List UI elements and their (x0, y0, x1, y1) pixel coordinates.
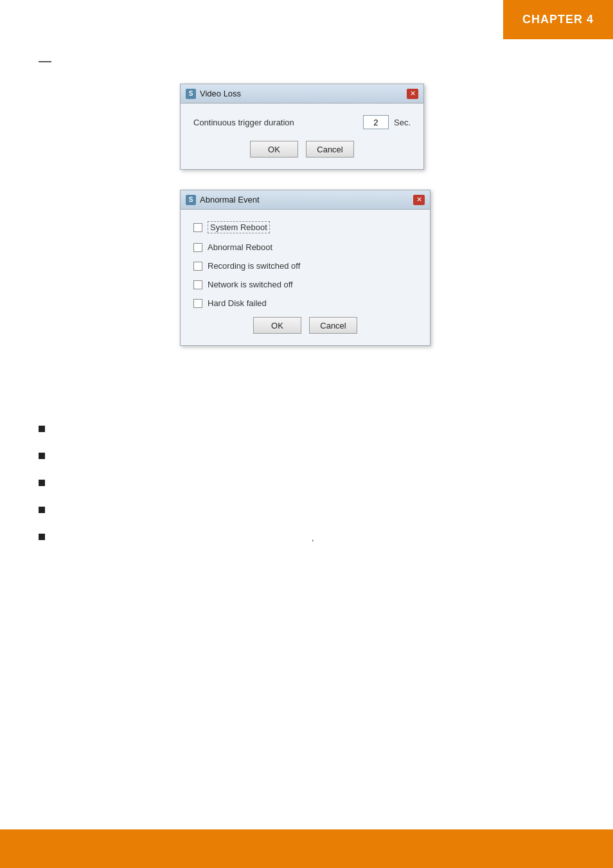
abnormal-event-buttons: OK Cancel (193, 317, 417, 334)
bullet-item-3 (39, 478, 314, 486)
bullet-square-2 (39, 453, 45, 459)
abnormal-event-close-button[interactable]: ✕ (413, 195, 425, 205)
video-loss-body: Continuous trigger duration Sec. OK Canc… (181, 104, 423, 169)
abnormal-event-body: System Reboot Abnormal Reboot Recording … (181, 210, 430, 345)
video-loss-ok-button[interactable]: OK (250, 141, 298, 158)
bullet-square-5 (39, 534, 45, 540)
video-loss-buttons: OK Cancel (193, 141, 411, 158)
video-loss-duration-input[interactable] (363, 115, 389, 129)
abnormal-event-titlebar: S Abnormal Event ✕ (181, 190, 430, 210)
abnormal-event-cancel-button[interactable]: Cancel (309, 317, 357, 334)
bullet-square-4 (39, 507, 45, 513)
bullet-section: , (39, 424, 314, 563)
checkbox-recording-box[interactable] (193, 262, 202, 271)
video-loss-title: Video Loss (200, 89, 407, 98)
checkbox-recording-switched-off: Recording is switched off (193, 261, 417, 271)
checkbox-hard-disk-label: Hard Disk failed (208, 298, 267, 308)
checkbox-hard-disk-failed: Hard Disk failed (193, 298, 417, 308)
checkbox-network-box[interactable] (193, 280, 202, 289)
checkbox-recording-label: Recording is switched off (208, 261, 300, 271)
video-loss-cancel-button[interactable]: Cancel (306, 141, 354, 158)
checkbox-abnormal-reboot-label: Abnormal Reboot (208, 242, 272, 252)
checkbox-system-reboot-box[interactable] (193, 223, 202, 232)
video-loss-dialog: S Video Loss ✕ Continuous trigger durati… (180, 84, 424, 170)
checkbox-hard-disk-box[interactable] (193, 299, 202, 308)
bullet-item-2 (39, 451, 314, 459)
bullet-square-3 (39, 480, 45, 486)
bullet-item-1 (39, 424, 314, 432)
abnormal-event-ok-button[interactable]: OK (253, 317, 301, 334)
chapter-label: CHAPTER 4 (522, 13, 594, 26)
video-loss-titlebar: S Video Loss ✕ (181, 84, 423, 104)
video-loss-icon: S (186, 89, 196, 99)
video-loss-close-button[interactable]: ✕ (407, 89, 418, 99)
checkbox-network-label: Network is switched off (208, 280, 293, 289)
bullet-item-5: , (39, 532, 314, 544)
abnormal-event-dialog: S Abnormal Event ✕ System Reboot Abnorma… (180, 190, 431, 346)
abnormal-event-title: Abnormal Event (200, 195, 413, 204)
top-line-decoration (39, 61, 51, 62)
bullet-square-1 (39, 426, 45, 432)
chapter-header: CHAPTER 4 (503, 0, 613, 39)
video-loss-unit: Sec. (394, 118, 411, 127)
video-loss-duration-label: Continuous trigger duration (193, 118, 363, 127)
bullet-text-5: , (54, 532, 314, 544)
footer-bar (0, 829, 613, 868)
checkbox-abnormal-reboot: Abnormal Reboot (193, 242, 417, 252)
video-loss-duration-row: Continuous trigger duration Sec. (193, 115, 411, 129)
abnormal-event-icon: S (186, 195, 196, 205)
checkbox-abnormal-reboot-box[interactable] (193, 243, 202, 252)
checkbox-system-reboot-label: System Reboot (208, 221, 270, 233)
checkbox-network-switched-off: Network is switched off (193, 280, 417, 289)
bullet-item-4 (39, 505, 314, 513)
checkbox-system-reboot: System Reboot (193, 221, 417, 233)
